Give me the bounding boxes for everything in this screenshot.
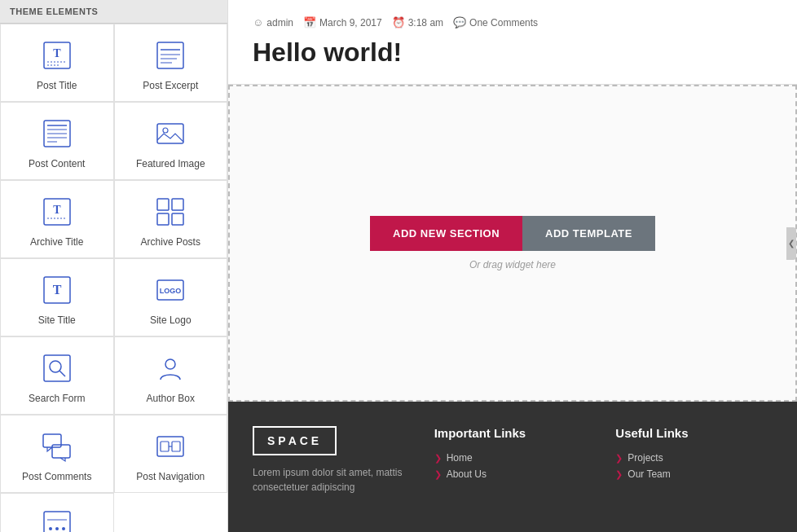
- footer-description: Lorem ipsum dolor sit amet, mattis conse…: [253, 465, 410, 495]
- svg-rect-21: [172, 199, 183, 210]
- site-logo-label: Site Logo: [150, 314, 192, 326]
- footer-logo: SPACE: [253, 426, 337, 455]
- svg-rect-28: [44, 355, 70, 381]
- section-action-buttons: ADD NEW SECTION ADD TEMPLATE: [370, 216, 655, 251]
- footer-grid: SPACE Lorem ipsum dolor sit amet, mattis…: [253, 426, 773, 495]
- sidebar-item-post-title[interactable]: T Post Title: [0, 24, 114, 102]
- post-meta: ☺ admin 📅 March 9, 2017 ⏰ 3:18 am 💬 One …: [253, 16, 773, 29]
- post-excerpt-label: Post Excerpt: [143, 80, 198, 91]
- post-title-icon: T: [39, 37, 75, 73]
- svg-point-42: [62, 527, 65, 530]
- main-content: ☺ admin 📅 March 9, 2017 ⏰ 3:18 am 💬 One …: [228, 0, 797, 532]
- clock-icon: ⏰: [392, 16, 405, 29]
- archive-title-icon: T: [39, 194, 75, 230]
- chevron-right-icon: ❯: [434, 453, 442, 464]
- sidebar-header: THEME ELEMENTS: [0, 0, 227, 24]
- footer-area: SPACE Lorem ipsum dolor sit amet, mattis…: [228, 402, 797, 532]
- post-comments-label: Post Comments: [22, 471, 91, 482]
- section-builder-area: ❮ ADD NEW SECTION ADD TEMPLATE Or drag w…: [228, 85, 797, 402]
- comment-icon: 💬: [453, 16, 466, 29]
- theme-elements-sidebar: THEME ELEMENTS T Post Title: [0, 0, 228, 532]
- svg-point-29: [50, 361, 61, 372]
- svg-rect-36: [172, 442, 180, 451]
- sidebar-item-author-box[interactable]: Author Box: [114, 336, 228, 415]
- svg-rect-22: [157, 213, 169, 225]
- featured-image-label: Featured Image: [136, 158, 205, 169]
- footer-link-home[interactable]: ❯ Home: [434, 450, 592, 466]
- sidebar-item-post-comments[interactable]: Post Comments: [0, 415, 114, 493]
- sidebar-item-post-info[interactable]: Post Info: [0, 493, 114, 532]
- svg-rect-20: [157, 199, 169, 210]
- calendar-icon: 📅: [303, 16, 316, 29]
- svg-point-40: [49, 527, 52, 530]
- sidebar-item-post-excerpt[interactable]: Post Excerpt: [114, 24, 228, 102]
- site-title-icon: T: [39, 272, 75, 308]
- post-date: 📅 March 9, 2017: [303, 16, 382, 29]
- post-content-icon: [39, 116, 75, 152]
- svg-line-30: [59, 371, 65, 376]
- footer-brand-col: SPACE Lorem ipsum dolor sit amet, mattis…: [253, 426, 410, 495]
- svg-text:LOGO: LOGO: [160, 287, 182, 295]
- search-form-icon: [39, 350, 75, 386]
- post-comments-icon: [39, 429, 75, 464]
- important-links-title: Important Links: [434, 426, 592, 440]
- author-name: admin: [266, 17, 293, 29]
- sidebar-item-archive-posts[interactable]: Archive Posts: [114, 180, 228, 258]
- footer-important-links-col: Important Links ❯ Home ❯ About Us: [434, 426, 592, 495]
- featured-image-icon: [152, 116, 188, 152]
- sidebar-item-post-navigation[interactable]: Post Navigation: [114, 415, 228, 493]
- post-title-label: Post Title: [37, 80, 77, 91]
- svg-rect-35: [161, 442, 169, 451]
- archive-posts-label: Archive Posts: [141, 236, 200, 248]
- post-title-display: Hello world!: [253, 37, 773, 68]
- svg-point-41: [55, 527, 59, 530]
- add-template-button[interactable]: ADD TEMPLATE: [522, 216, 655, 251]
- search-form-label: Search Form: [29, 393, 85, 404]
- comments-value: One Comments: [469, 17, 538, 29]
- archive-posts-icon: [152, 194, 188, 230]
- chevron-right-icon-3: ❯: [615, 453, 623, 464]
- post-navigation-icon: [152, 429, 188, 464]
- author-box-label: Author Box: [147, 393, 195, 404]
- elements-grid: T Post Title Post Excerpt: [0, 24, 227, 532]
- sidebar-item-site-title[interactable]: T Site Title: [0, 258, 114, 336]
- svg-point-31: [165, 359, 175, 369]
- sidebar-item-site-logo[interactable]: LOGO Site Logo: [114, 258, 228, 336]
- sidebar-item-search-form[interactable]: Search Form: [0, 336, 114, 415]
- post-area: ☺ admin 📅 March 9, 2017 ⏰ 3:18 am 💬 One …: [228, 0, 797, 85]
- footer-link-our-team[interactable]: ❯ Our Team: [615, 466, 773, 482]
- svg-rect-4: [157, 42, 183, 68]
- footer-link-projects[interactable]: ❯ Projects: [615, 450, 773, 466]
- link-about-label: About Us: [447, 468, 487, 480]
- useful-links-title: Useful Links: [615, 426, 773, 440]
- user-icon: ☺: [253, 16, 263, 29]
- post-navigation-label: Post Navigation: [136, 471, 205, 482]
- link-home-label: Home: [447, 452, 473, 464]
- post-author: ☺ admin: [253, 16, 293, 29]
- link-projects-label: Projects: [627, 452, 663, 464]
- site-logo-icon: LOGO: [152, 272, 188, 308]
- post-content-label: Post Content: [29, 158, 85, 169]
- author-box-icon: [152, 350, 188, 386]
- sidebar-item-post-content[interactable]: Post Content: [0, 102, 114, 180]
- post-comments-meta: 💬 One Comments: [453, 16, 538, 29]
- sidebar-item-archive-title[interactable]: T Archive Title: [0, 180, 114, 258]
- footer-link-about[interactable]: ❯ About Us: [434, 466, 592, 482]
- post-excerpt-icon: [152, 37, 188, 73]
- svg-text:T: T: [52, 283, 61, 297]
- footer-useful-links-col: Useful Links ❯ Projects ❯ Our Team: [615, 426, 773, 495]
- svg-rect-15: [157, 124, 183, 143]
- link-our-team-label: Our Team: [627, 468, 670, 480]
- date-value: March 9, 2017: [319, 17, 382, 29]
- svg-text:T: T: [53, 204, 61, 216]
- svg-text:T: T: [53, 47, 61, 59]
- sidebar-item-featured-image[interactable]: Featured Image: [114, 102, 228, 180]
- svg-rect-23: [172, 213, 183, 225]
- site-title-label: Site Title: [38, 314, 76, 326]
- archive-title-label: Archive Title: [30, 236, 83, 248]
- svg-point-16: [163, 128, 168, 133]
- add-new-section-button[interactable]: ADD NEW SECTION: [370, 216, 522, 251]
- chevron-right-icon-2: ❯: [434, 469, 442, 480]
- collapse-sidebar-handle[interactable]: ❮: [786, 227, 796, 260]
- drag-hint-text: Or drag widget here: [469, 259, 556, 270]
